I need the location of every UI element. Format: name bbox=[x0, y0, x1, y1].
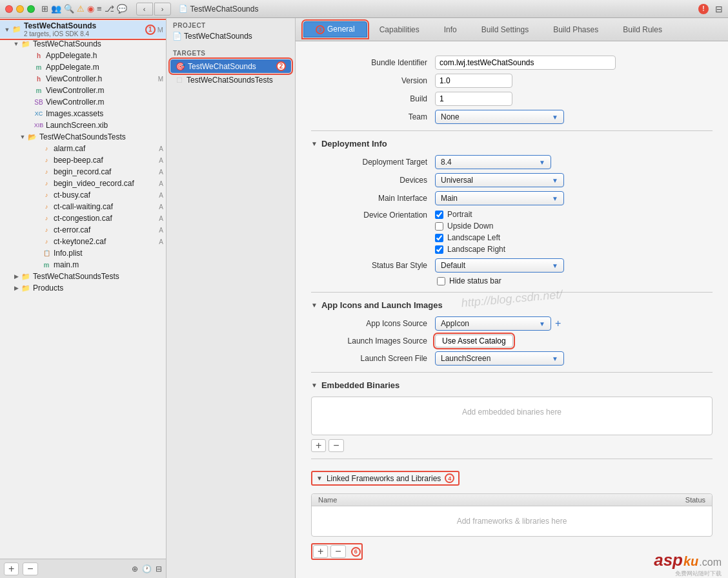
tab-general[interactable]: 3General bbox=[303, 21, 367, 37]
panel-toggle-icon[interactable]: ⊟ bbox=[715, 4, 723, 14]
filter-icon[interactable]: ⊕ bbox=[132, 564, 138, 573]
tab-build-settings[interactable]: Build Settings bbox=[469, 22, 541, 37]
upside-down-checkbox[interactable] bbox=[435, 222, 443, 231]
file-ct-call-waiting[interactable]: ♪ ct-call-waiting.caf A bbox=[0, 201, 166, 212]
file-begin-video[interactable]: ♪ begin_video_record.caf A bbox=[0, 178, 166, 189]
tab-bar: 3General Capabilities Info Build Setting… bbox=[296, 18, 728, 41]
main-interface-row: Main Interface Main ▼ bbox=[311, 191, 713, 205]
file-ct-error[interactable]: ♪ ct-error.caf A bbox=[0, 224, 166, 236]
m2-icon: m bbox=[34, 85, 44, 96]
deployment-triangle-icon[interactable]: ▼ bbox=[311, 140, 318, 147]
app-icons-section-header: ▼ App Icons and Launch Images bbox=[311, 300, 713, 310]
devices-select[interactable]: Universal ▼ bbox=[435, 173, 564, 187]
add-app-icon-button[interactable]: + bbox=[555, 318, 561, 329]
divider-2 bbox=[311, 292, 713, 293]
status-bar-select[interactable]: Default ▼ bbox=[435, 258, 564, 273]
sidebar-remove-button[interactable]: − bbox=[23, 563, 37, 575]
file-beep[interactable]: ♪ beep-beep.caf A bbox=[0, 154, 166, 166]
file-alarm[interactable]: ♪ alarm.caf A bbox=[0, 143, 166, 154]
people-icon[interactable]: 👥 bbox=[51, 4, 61, 14]
project-icon: 📁 bbox=[12, 25, 22, 35]
landscape-right-checkbox[interactable] bbox=[435, 245, 443, 254]
folder-icon: 📁 bbox=[21, 39, 31, 49]
grid-icon[interactable]: ⊞ bbox=[41, 4, 48, 14]
project-root-item[interactable]: 📁 TestWeChatSounds 2 targets, iOS SDK 8.… bbox=[0, 21, 166, 38]
stop-icon[interactable]: ◉ bbox=[87, 4, 94, 14]
circle-3-inner: 3 bbox=[316, 25, 325, 34]
project-item[interactable]: 📄 TestWeChatSounds bbox=[167, 30, 295, 42]
file-appdelegate-m[interactable]: m AppDelegate.m bbox=[0, 61, 166, 73]
file-launchscreen-xib[interactable]: XIB LaunchScreen.xib bbox=[0, 119, 166, 131]
app-icons-select[interactable]: AppIcon ▼ bbox=[435, 316, 551, 331]
team-label: Team bbox=[311, 112, 427, 121]
layout-icon[interactable]: ⊟ bbox=[156, 564, 162, 573]
file-images-xcassets[interactable]: XC Images.xcassets bbox=[0, 108, 166, 119]
git-icon[interactable]: ⎇ bbox=[105, 4, 114, 14]
close-button[interactable] bbox=[5, 5, 13, 13]
clock-icon[interactable]: 🕐 bbox=[142, 564, 152, 573]
launch-screen-select[interactable]: LaunchScreen ▼ bbox=[435, 351, 564, 366]
linked-remove-button[interactable]: − bbox=[330, 545, 345, 558]
group-tests[interactable]: 📁 TestWeChatSoundsTests bbox=[0, 271, 166, 282]
hide-status-bar-checkbox[interactable] bbox=[437, 277, 445, 285]
tab-capabilities[interactable]: Capabilities bbox=[367, 22, 432, 37]
minimize-button[interactable] bbox=[16, 5, 24, 13]
linked-actions: + − 6 bbox=[311, 543, 363, 560]
nav-arrows: ‹ › bbox=[136, 3, 171, 15]
target-main-item[interactable]: 🎯 TestWeChatSounds 2 bbox=[170, 59, 291, 73]
breadcrumb-title: TestWeChatSounds bbox=[190, 5, 259, 14]
file-main-storyboard[interactable]: SB ViewController.m bbox=[0, 96, 166, 108]
h-icon: h bbox=[34, 50, 44, 61]
devices-row: Devices Universal ▼ bbox=[311, 173, 713, 187]
storyboard-icon: SB bbox=[34, 97, 44, 107]
embedded-add-button[interactable]: + bbox=[311, 439, 326, 452]
tab-info[interactable]: Info bbox=[432, 22, 469, 37]
use-asset-catalog-button[interactable]: Use Asset Catalog bbox=[435, 335, 513, 347]
file-info-plist[interactable]: 📋 Info.plist bbox=[0, 247, 166, 259]
tab-build-phases[interactable]: Build Phases bbox=[541, 22, 611, 37]
file-main-m[interactable]: m main.m bbox=[0, 259, 166, 271]
search-icon[interactable]: 🔍 bbox=[64, 4, 74, 14]
nav-forward-button[interactable]: › bbox=[154, 3, 171, 15]
bundle-id-input[interactable] bbox=[435, 56, 616, 70]
target-tests-label: TestWeChatSoundsTests bbox=[187, 76, 295, 85]
embedded-triangle-icon[interactable]: ▼ bbox=[311, 382, 318, 389]
embedded-binaries-table: Add embedded binaries here bbox=[311, 397, 713, 435]
sidebar-add-button[interactable]: + bbox=[4, 563, 19, 575]
file-viewcontroller-m[interactable]: m ViewController.m bbox=[0, 85, 166, 96]
linked-section-header: ▼ Linked Frameworks and Libraries 4 bbox=[311, 471, 460, 486]
file-viewcontroller-h[interactable]: h ViewController.h M bbox=[0, 73, 166, 85]
caf2-icon: ♪ bbox=[41, 155, 52, 165]
tab-build-rules[interactable]: Build Rules bbox=[611, 22, 674, 37]
linked-triangle-icon[interactable]: ▼ bbox=[316, 475, 323, 482]
portrait-checkbox[interactable] bbox=[435, 211, 443, 219]
file-ct-congestion[interactable]: ♪ ct-congestion.caf A bbox=[0, 212, 166, 224]
deployment-target-select[interactable]: 8.4 ▼ bbox=[435, 155, 551, 169]
nav-back-button[interactable]: ‹ bbox=[136, 3, 153, 15]
file-ct-keytone[interactable]: ♪ ct-keytone2.caf A bbox=[0, 236, 166, 247]
team-select[interactable]: None ▼ bbox=[435, 110, 564, 124]
list-icon[interactable]: ≡ bbox=[97, 4, 102, 14]
team-row: Team None ▼ bbox=[311, 110, 713, 124]
tree-arrow-tests bbox=[12, 273, 21, 280]
main-interface-select[interactable]: Main ▼ bbox=[435, 191, 564, 205]
target-tests-item[interactable]: ☐ TestWeChatSoundsTests bbox=[167, 74, 295, 86]
file-ct-busy[interactable]: ♪ ct-busy.caf A bbox=[0, 189, 166, 201]
warning-icon[interactable]: ⚠ bbox=[77, 4, 85, 14]
group-testwe[interactable]: 📁 TestWeChatSounds bbox=[0, 38, 166, 50]
caf3-icon: ♪ bbox=[41, 167, 52, 177]
file-appdelegate-h[interactable]: h AppDelegate.h bbox=[0, 50, 166, 61]
landscape-left-checkbox[interactable] bbox=[435, 234, 443, 242]
launch-screen-label: Launch Screen File bbox=[311, 354, 427, 363]
maximize-button[interactable] bbox=[27, 5, 35, 13]
build-input[interactable] bbox=[435, 92, 512, 106]
chat-icon[interactable]: 💬 bbox=[117, 4, 127, 14]
version-input[interactable] bbox=[435, 74, 512, 88]
app-icons-triangle-icon[interactable]: ▼ bbox=[311, 302, 318, 309]
group-products[interactable]: 📁 Products bbox=[0, 282, 166, 294]
file-begin-record[interactable]: ♪ begin_record.caf A bbox=[0, 166, 166, 178]
linked-empty-text: Add frameworks & libraries here bbox=[312, 506, 712, 536]
embedded-remove-button[interactable]: − bbox=[329, 439, 343, 452]
group-supporting-files[interactable]: 📂 TestWeChatSoundsTests bbox=[0, 131, 166, 143]
linked-add-button[interactable]: + bbox=[313, 545, 328, 558]
